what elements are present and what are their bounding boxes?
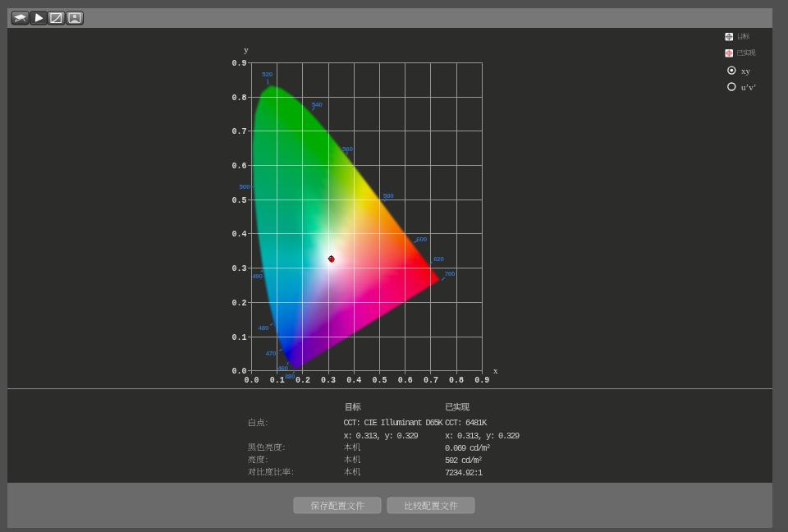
- svg-text:x: 0.313, y: 0.329: x: 0.313, y: 0.329: [344, 431, 419, 441]
- svg-text:380: 380: [285, 373, 296, 380]
- svg-text:0.5: 0.5: [231, 196, 246, 205]
- svg-text:0.3: 0.3: [321, 376, 336, 385]
- svg-text:620: 620: [433, 255, 444, 263]
- svg-text:0.4: 0.4: [346, 376, 361, 385]
- svg-text:0.2: 0.2: [231, 299, 246, 308]
- svg-text:0.1: 0.1: [270, 376, 285, 385]
- svg-text:0.1: 0.1: [231, 333, 246, 342]
- svg-text:502 cd/m²: 502 cd/m²: [445, 456, 482, 466]
- svg-text:u’v’: u’v’: [741, 82, 756, 92]
- svg-text:0.5: 0.5: [372, 376, 387, 385]
- svg-text:0.0: 0.0: [244, 376, 259, 385]
- svg-text:480: 480: [258, 324, 268, 332]
- svg-text:520: 520: [262, 71, 273, 78]
- svg-text:0.3: 0.3: [231, 264, 246, 273]
- svg-text:0.8: 0.8: [231, 94, 246, 103]
- svg-text:0.7: 0.7: [231, 127, 246, 136]
- svg-text:xy: xy: [741, 66, 751, 76]
- svg-text:0.6: 0.6: [231, 162, 246, 171]
- svg-text:0.7: 0.7: [424, 376, 438, 385]
- svg-text:0.069 cd/m²: 0.069 cd/m²: [445, 443, 490, 453]
- svg-text:0.4: 0.4: [231, 230, 246, 239]
- svg-text:470: 470: [266, 350, 277, 357]
- svg-text:7234.92:1: 7234.92:1: [445, 468, 483, 478]
- svg-text:y: y: [244, 44, 249, 54]
- svg-text:540: 540: [312, 101, 323, 108]
- svg-text:CCT: CIE Illuminant D65K: CCT: CIE Illuminant D65K: [344, 418, 444, 428]
- svg-text:0.9: 0.9: [231, 59, 246, 68]
- svg-text:0.0: 0.0: [231, 367, 246, 376]
- svg-text:0.2: 0.2: [296, 376, 310, 385]
- svg-text:CCT: 6481K: CCT: 6481K: [445, 418, 488, 428]
- svg-text:460: 460: [277, 365, 288, 372]
- svg-text:700: 700: [445, 270, 456, 277]
- svg-text:0.6: 0.6: [398, 376, 413, 385]
- svg-text:0.8: 0.8: [449, 376, 464, 385]
- svg-text:500: 500: [240, 183, 250, 190]
- svg-text:560: 560: [342, 145, 353, 153]
- svg-text:x: x: [493, 365, 498, 375]
- svg-text:580: 580: [383, 192, 394, 200]
- svg-text:0.9: 0.9: [474, 376, 489, 385]
- svg-text:490: 490: [252, 273, 263, 280]
- svg-text:x: 0.313, y: 0.329: x: 0.313, y: 0.329: [445, 431, 520, 441]
- svg-text:600: 600: [416, 236, 427, 243]
